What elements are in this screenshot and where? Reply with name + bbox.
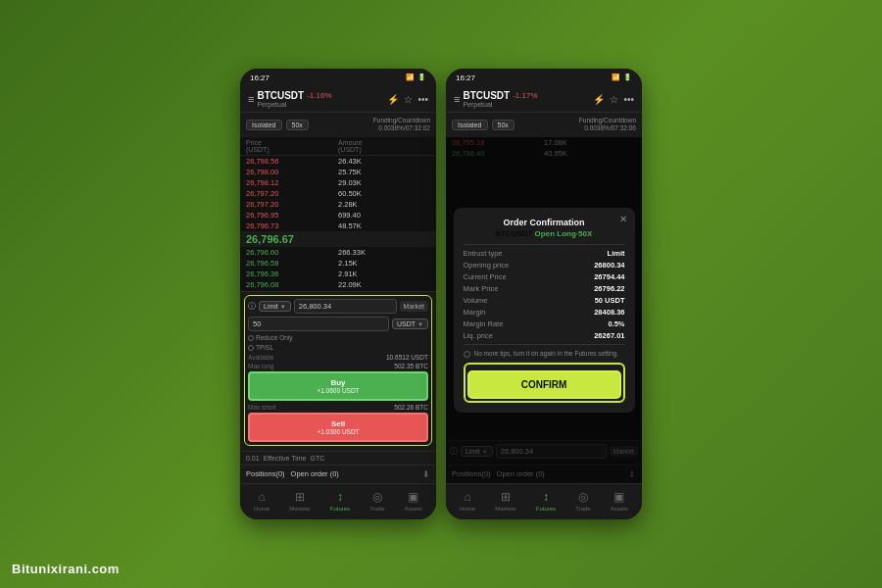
header-icons-2: ⚡ ☆ ••• bbox=[593, 94, 634, 105]
dropdown-arrow-2: ▼ bbox=[417, 321, 423, 327]
nav-futures-2[interactable]: ↕ Futures bbox=[536, 490, 556, 512]
close-button[interactable]: ✕ bbox=[619, 214, 627, 224]
download-icon[interactable]: ⬇ bbox=[422, 469, 430, 479]
usdt-dropdown[interactable]: USDT ▼ bbox=[392, 318, 428, 329]
funding-label-2: Funding/Countdown bbox=[579, 117, 636, 124]
price-input[interactable]: 26,800.34 bbox=[294, 299, 397, 314]
no-tips-row: No more tips, turn it on again in the Fu… bbox=[464, 350, 625, 358]
table-row: 26,796.95699.40 bbox=[240, 210, 436, 220]
header-icons-1: ⚡ ☆ ••• bbox=[387, 94, 428, 105]
watermark-text: Bitunix bbox=[12, 562, 59, 576]
table-row: 26,797.2060.50K bbox=[240, 188, 436, 199]
price-table-1: Price(USDT) Amount(USDT) 26,798.5626.43K… bbox=[240, 137, 436, 291]
no-tips-radio[interactable] bbox=[464, 351, 470, 358]
nav-home-1[interactable]: ⌂ Home bbox=[254, 490, 270, 512]
watermark: Bitunixirani.com bbox=[12, 562, 120, 576]
nav-home-label-2: Home bbox=[460, 506, 475, 512]
isolated-btn[interactable]: Isolated bbox=[246, 120, 282, 130]
nav-markets-1[interactable]: ⊞ Markets bbox=[289, 490, 310, 512]
nav-trade-label-2: Trade bbox=[575, 506, 590, 512]
qty-display: 0.01 bbox=[246, 455, 260, 462]
status-bar-2: 16:27 📶 🔋 bbox=[446, 69, 642, 86]
divider bbox=[464, 244, 625, 245]
tp-sl-radio[interactable]: TP/SL bbox=[248, 344, 273, 351]
nav-assets-label-2: Assets bbox=[611, 506, 628, 512]
markets-icon: ⊞ bbox=[295, 490, 305, 504]
bottom-controls: 0.01 Effective Time GTC bbox=[240, 451, 436, 465]
table-row: 26,796.60266.33K bbox=[240, 247, 436, 258]
pair-name-1: BTCUSDT bbox=[257, 90, 304, 101]
pair-info-1: BTCUSDT -1.16% Perpetual bbox=[257, 90, 331, 108]
pair-info-2: BTCUSDT -1.17% Perpetual bbox=[463, 90, 537, 108]
market-badge: Market bbox=[400, 301, 428, 312]
menu-icon[interactable]: ≡ bbox=[248, 93, 254, 105]
nav-assets-1[interactable]: ▣ Assets bbox=[405, 490, 422, 512]
dropdown-arrow: ▼ bbox=[280, 304, 286, 310]
nav-futures-label-2: Futures bbox=[536, 506, 556, 512]
trade-icon-2: ◎ bbox=[578, 490, 588, 504]
status-icons-2: 📶 🔋 bbox=[612, 74, 632, 81]
leverage-btn-2[interactable]: 50x bbox=[492, 120, 514, 130]
table-row: 26,798.5626.43K bbox=[240, 156, 436, 167]
bottom-nav-2: ⌂ Home ⊞ Markets ↕ Futures ◎ Trade ▣ A bbox=[446, 483, 642, 519]
qty-input[interactable]: 50 bbox=[248, 317, 389, 331]
nav-futures-1[interactable]: ↕ Futures bbox=[330, 490, 350, 512]
sell-button[interactable]: Sell +1.0300 USDT bbox=[248, 413, 428, 442]
modal-row-margin: Margin 28408.36 bbox=[464, 308, 625, 317]
col-headers: Price(USDT) Amount(USDT) bbox=[240, 137, 436, 156]
perpetual-1: Perpetual bbox=[257, 101, 331, 108]
star-icon-2[interactable]: ☆ bbox=[610, 94, 618, 105]
bottom-nav-1: ⌂ Home ⊞ Markets ↕ Futures ◎ Trade ▣ A bbox=[240, 483, 436, 519]
header-left-2: ≡ BTCUSDT -1.17% Perpetual bbox=[454, 90, 538, 108]
controls-row-2: Isolated 50x Funding/Countdown 0.0038%/0… bbox=[446, 113, 642, 137]
star-icon[interactable]: ☆ bbox=[404, 94, 413, 105]
open-orders-label-1[interactable]: Open order (0) bbox=[291, 469, 339, 479]
modal-row-liq: Liq. price 26267.01 bbox=[464, 331, 625, 340]
chart-icon-2[interactable]: ⚡ bbox=[593, 94, 605, 105]
phone-1: 16:27 📶 🔋 ≡ BTCUSDT -1.16% Perpetual bbox=[240, 69, 436, 519]
reduce-only-radio[interactable]: Reduce Only bbox=[248, 334, 293, 341]
nav-markets-2[interactable]: ⊞ Markets bbox=[495, 490, 515, 512]
leverage-btn[interactable]: 50x bbox=[286, 120, 309, 130]
max-long-row: Max long 502.35 BTC bbox=[248, 363, 428, 369]
phones-container: 16:27 📶 🔋 ≡ BTCUSDT -1.16% Perpetual bbox=[240, 69, 642, 519]
positions-label-1[interactable]: Positions(0) bbox=[246, 469, 285, 479]
order-form-card: ⓘ Limit ▼ 26,800.34 Market 50 bbox=[244, 295, 432, 446]
assets-icon-2: ▣ bbox=[613, 490, 624, 504]
nav-markets-label: Markets bbox=[289, 506, 310, 512]
phone-body-2: 26,795.1817.08K 26,796.4040.95K ⓘ Limit … bbox=[446, 137, 642, 483]
divider-2 bbox=[464, 344, 625, 345]
isolated-btn-2[interactable]: Isolated bbox=[452, 120, 488, 130]
tp-sl-row: TP/SL bbox=[248, 344, 428, 351]
gtc-label: GTC bbox=[310, 455, 324, 462]
chart-icon[interactable]: ⚡ bbox=[387, 94, 399, 105]
watermark-suffix: irani.com bbox=[59, 562, 120, 576]
confirm-button[interactable]: CONFIRM bbox=[467, 370, 621, 399]
nav-home-label: Home bbox=[254, 506, 270, 512]
no-tips-text: No more tips, turn it on again in the Fu… bbox=[474, 350, 619, 357]
nav-trade-1[interactable]: ◎ Trade bbox=[369, 490, 384, 512]
pair-change-1: -1.16% bbox=[307, 91, 331, 100]
buy-button[interactable]: Buy +1.0600 USDT bbox=[248, 371, 428, 401]
nav-futures-label: Futures bbox=[330, 506, 350, 512]
header-1: ≡ BTCUSDT -1.16% Perpetual ⚡ ☆ ••• bbox=[240, 86, 436, 113]
nav-home-2[interactable]: ⌂ Home bbox=[460, 490, 475, 512]
table-row: 26,797.202.28K bbox=[240, 199, 436, 210]
modal-row-rate: Margin Rate 0.5% bbox=[464, 319, 625, 328]
open-long-label: Open Long·50X bbox=[535, 229, 593, 238]
table-row: 26,796.7348.57K bbox=[240, 220, 436, 231]
positions-row-1: Positions(0) Open order (0) ⬇ bbox=[240, 465, 436, 483]
funding-info-1: Funding/Countdown 0.0038%/07:32:02 bbox=[373, 117, 430, 133]
more-icon-2[interactable]: ••• bbox=[623, 94, 634, 105]
order-confirmation-modal: ✕ Order Confirmation BTCUSDT Open Long·5… bbox=[454, 208, 635, 413]
limit-dropdown[interactable]: Limit ▼ bbox=[259, 301, 291, 312]
menu-icon-2[interactable]: ≡ bbox=[454, 93, 460, 105]
more-icon[interactable]: ••• bbox=[417, 94, 428, 105]
nav-assets-2[interactable]: ▣ Assets bbox=[611, 490, 628, 512]
modal-title: Order Confirmation bbox=[464, 218, 625, 227]
nav-markets-label-2: Markets bbox=[495, 506, 515, 512]
nav-trade-2[interactable]: ◎ Trade bbox=[575, 490, 590, 512]
nav-assets-label: Assets bbox=[405, 506, 422, 512]
trade-icon: ◎ bbox=[372, 490, 382, 504]
form-row-limit: ⓘ Limit ▼ 26,800.34 Market bbox=[248, 299, 428, 314]
